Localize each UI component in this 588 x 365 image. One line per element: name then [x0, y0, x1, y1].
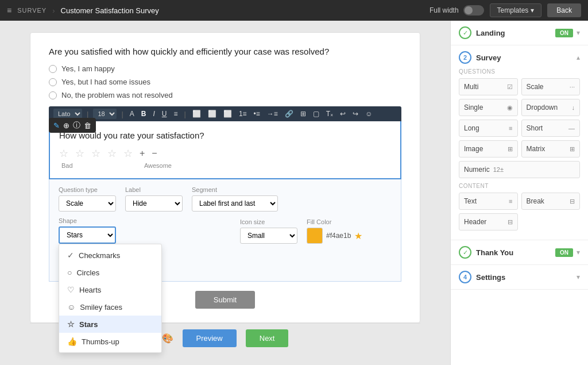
- label-field: Label Hide: [125, 186, 183, 212]
- landing-header-left: ✓ Landing: [459, 26, 505, 39]
- text-color-btn[interactable]: A: [128, 109, 136, 118]
- matrix-icon: ⊞: [570, 145, 575, 153]
- landing-chevron-icon[interactable]: ▾: [577, 29, 580, 37]
- image-btn[interactable]: ⊞: [299, 109, 308, 118]
- short-button[interactable]: Short —: [521, 120, 581, 137]
- question-type-grid: Multi ☑ Scale ··· Single ◉ Dropdown ↓ Lo…: [459, 78, 580, 157]
- option-1[interactable]: Yes, I am happy: [49, 64, 401, 73]
- page-title: Customer Satisfaction Survey: [61, 6, 424, 15]
- hearts-label: Hearts: [79, 286, 101, 294]
- dropdown-button[interactable]: Dropdown ↓: [521, 99, 581, 116]
- question-1-text: Are you satisfied with how quickly and e…: [49, 47, 401, 56]
- star-1[interactable]: ☆: [59, 147, 68, 160]
- image-button[interactable]: Image ⊞: [459, 140, 518, 157]
- media-btn[interactable]: ▢: [311, 109, 321, 118]
- shape-select[interactable]: Stars: [59, 226, 116, 244]
- menu-icon[interactable]: ≡: [7, 6, 11, 15]
- question-type-field: Question type Scale: [59, 186, 116, 212]
- star-5[interactable]: ☆: [123, 147, 133, 160]
- question-type-select[interactable]: Scale: [59, 195, 116, 212]
- option-2-label: Yes, but I had some issues: [61, 78, 150, 86]
- edit-icon[interactable]: ✎: [53, 121, 60, 130]
- checkmarks-label: Checkmarks: [79, 251, 120, 260]
- icon-size-select[interactable]: Small: [240, 228, 297, 244]
- submit-button[interactable]: Submit: [195, 291, 255, 309]
- sidebar-thankyou-section: ✓ Thank You ON ▾: [451, 240, 588, 265]
- settings-chevron-icon[interactable]: ▾: [577, 273, 580, 281]
- format-bar: Lato | 18 | A B I U ≡ | ⬜ ⬜ ⬜ 1≡: [49, 106, 401, 121]
- editable-block: How would you rate your satisfaction? ☆ …: [49, 121, 401, 179]
- topbar: ≡ SURVEY › Customer Satisfaction Survey …: [0, 0, 588, 21]
- multi-label: Multi: [464, 83, 478, 91]
- landing-header: ✓ Landing ON ▾: [459, 26, 580, 39]
- ordered-list-btn[interactable]: 1≡: [237, 109, 249, 118]
- radio-2[interactable]: [49, 78, 57, 86]
- star-2[interactable]: ☆: [75, 147, 84, 160]
- dropdown-smiley[interactable]: ☺ Smiley faces: [59, 298, 161, 316]
- numeric-icon: 12±: [493, 166, 504, 173]
- option-2[interactable]: Yes, but I had some issues: [49, 78, 401, 86]
- toggle-knob: [465, 6, 473, 14]
- float-toolbar: ✎ ⊕ ⓘ 🗑: [49, 118, 96, 133]
- single-icon: ◉: [507, 104, 513, 112]
- unordered-list-btn[interactable]: •≡: [252, 109, 262, 118]
- info-icon[interactable]: ⓘ: [73, 120, 80, 130]
- radio-3[interactable]: [49, 91, 57, 99]
- thankyou-chevron-icon[interactable]: ▾: [577, 248, 580, 256]
- numeric-button[interactable]: Numeric 12±: [459, 161, 580, 178]
- survey-chevron-icon[interactable]: ▴: [577, 53, 580, 62]
- align-left-btn[interactable]: ⬜: [191, 109, 203, 118]
- fullwidth-toggle[interactable]: [463, 5, 484, 16]
- dropdown-stars[interactable]: ☆ Stars: [59, 316, 161, 333]
- star-3[interactable]: ☆: [91, 147, 100, 160]
- survey-number-icon: 2: [459, 51, 471, 64]
- symbol-btn[interactable]: Tₓ: [324, 109, 335, 118]
- delete-icon[interactable]: 🗑: [84, 121, 91, 130]
- underline-btn[interactable]: U: [160, 109, 169, 118]
- break-button[interactable]: Break ⊟: [521, 193, 581, 210]
- back-button[interactable]: Back: [547, 3, 581, 17]
- italic-btn[interactable]: I: [151, 109, 156, 118]
- undo-btn[interactable]: ↩: [338, 109, 347, 118]
- dropdown-thumbsup[interactable]: 👍 Thumbs-up: [59, 333, 161, 350]
- segment-select[interactable]: Label first and last: [192, 195, 278, 212]
- text-button[interactable]: Text ≡: [459, 193, 518, 210]
- landing-title: Landing: [476, 29, 505, 37]
- dropdown-hearts[interactable]: ♡ Hearts: [59, 281, 161, 298]
- align-center-btn[interactable]: ⬜: [206, 109, 218, 118]
- color-hex: #f4ae1b: [326, 232, 351, 240]
- scale-button[interactable]: Scale ···: [521, 78, 581, 95]
- multi-button[interactable]: Multi ☑: [459, 78, 518, 95]
- single-label: Single: [464, 103, 483, 112]
- emoji-btn[interactable]: ☺: [363, 109, 374, 118]
- preview-button[interactable]: Preview: [183, 329, 237, 347]
- link-btn[interactable]: 🔗: [283, 109, 295, 118]
- radio-1[interactable]: [49, 65, 57, 73]
- templates-button[interactable]: Templates ▾: [490, 3, 542, 17]
- next-button[interactable]: Next: [246, 329, 289, 347]
- matrix-button[interactable]: Matrix ⊞: [521, 140, 581, 157]
- long-button[interactable]: Long ≡: [459, 120, 518, 137]
- remove-star-btn[interactable]: −: [152, 148, 157, 159]
- color-swatch[interactable]: [307, 228, 323, 244]
- option-3[interactable]: No, the problem was not resolved: [49, 91, 401, 99]
- paint-icon[interactable]: 🎨: [162, 333, 173, 344]
- stars-icon: ☆: [67, 320, 75, 329]
- bold-btn[interactable]: B: [140, 109, 148, 118]
- add-icon[interactable]: ⊕: [63, 121, 69, 130]
- stars-label: Stars: [79, 320, 98, 329]
- font-size-select[interactable]: 18: [93, 109, 117, 119]
- align-right-btn[interactable]: ⬜: [222, 109, 234, 118]
- shape-dropdown-menu[interactable]: ✓ Checkmarks ○ Circles ♡ Hearts: [59, 244, 162, 353]
- dropdown-circles[interactable]: ○ Circles: [59, 264, 161, 281]
- indent-btn[interactable]: →≡: [265, 109, 280, 118]
- redo-btn[interactable]: ↪: [351, 109, 360, 118]
- star-4[interactable]: ☆: [107, 147, 117, 160]
- single-button[interactable]: Single ◉: [459, 99, 518, 116]
- add-star-btn[interactable]: +: [140, 148, 145, 159]
- header-button[interactable]: Header ⊟: [459, 213, 518, 230]
- label-select[interactable]: Hide: [125, 195, 183, 212]
- dropdown-checkmarks[interactable]: ✓ Checkmarks: [59, 247, 161, 264]
- questions-section-label: Questions: [459, 68, 580, 75]
- list-btn[interactable]: ≡: [172, 109, 179, 118]
